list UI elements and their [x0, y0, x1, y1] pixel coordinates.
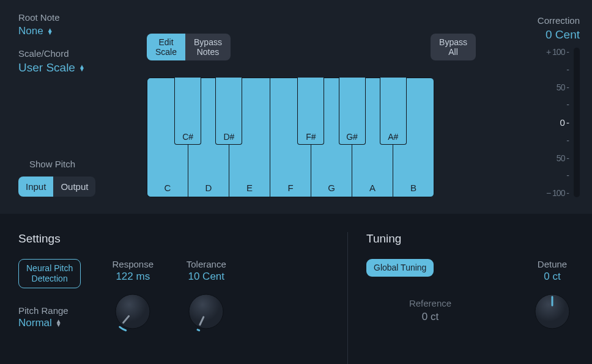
scale-mode-segmented: Edit Scale Bypass Notes	[147, 34, 231, 60]
root-note-dropdown[interactable]: None ▲▼	[18, 25, 53, 37]
response-label: Response	[111, 259, 154, 269]
root-note-value: None	[18, 25, 43, 37]
chevron-updown-icon: ▲▼	[56, 319, 62, 326]
svg-point-0	[116, 294, 150, 329]
meter-tick: + 100 -	[546, 48, 569, 56]
piano-key-csharp[interactable]: C#	[174, 78, 201, 145]
pitch-range-label: Pitch Range	[18, 305, 81, 316]
pitch-range-dropdown[interactable]: Normal ▲▼	[18, 317, 62, 329]
show-pitch-input[interactable]: Input	[18, 177, 53, 197]
piano-key-gsharp[interactable]: G#	[339, 78, 366, 145]
detune-value: 0 ct	[531, 271, 574, 283]
tuning-title: Tuning	[366, 232, 574, 246]
detune-knob[interactable]	[531, 290, 574, 333]
piano-key-asharp[interactable]: A#	[380, 78, 407, 145]
meter-tick: 50 -	[557, 83, 569, 92]
chevron-updown-icon: ▲▼	[79, 65, 85, 71]
tuning-section: Tuning Global Tuning Reference 0 ct Detu…	[347, 232, 574, 364]
meter-tick: -	[566, 136, 569, 145]
pitch-range-value: Normal	[18, 317, 52, 329]
tolerance-value: 10 Cent	[185, 271, 228, 283]
response-knob[interactable]	[111, 290, 154, 333]
settings-section: Settings Neural Pitch Detection Pitch Ra…	[18, 232, 347, 364]
settings-title: Settings	[18, 232, 332, 246]
correction-title: Correction	[479, 15, 580, 26]
scale-value: User Scale	[18, 61, 75, 75]
keyboard: CDEFGAB C#D#F#G#A#	[147, 78, 434, 197]
reference-value: 0 ct	[366, 311, 494, 323]
global-tuning-button[interactable]: Global Tuning	[366, 259, 434, 277]
chevron-updown-icon: ▲▼	[47, 28, 53, 35]
reference-label: Reference	[366, 298, 494, 308]
detune-knob-block: Detune 0 ct	[531, 259, 574, 333]
meter-tick: -	[566, 65, 569, 74]
left-panel: Root Note None ▲▼ Scale/Chord User Scale…	[18, 12, 125, 214]
center-panel: Edit Scale Bypass Notes Bypass All CDEFG…	[125, 12, 479, 214]
piano-key-dsharp[interactable]: D#	[215, 78, 242, 145]
show-pitch-label: Show Pitch	[29, 159, 125, 169]
bypass-all-button[interactable]: Bypass All	[431, 34, 476, 60]
show-pitch-segmented: Input Output	[18, 177, 95, 197]
root-note-label: Root Note	[18, 12, 125, 23]
meter-tick: − 100 -	[546, 189, 569, 197]
meter-tick: 50 -	[557, 154, 569, 162]
tolerance-knob[interactable]	[185, 290, 228, 333]
correction-panel: Correction 0 Cent + 100 - - 50 - - 0 - -…	[479, 12, 580, 214]
meter-tick: -	[566, 100, 569, 109]
meter-tick-zero: 0 -	[560, 118, 569, 127]
neural-pitch-button[interactable]: Neural Pitch Detection	[18, 259, 81, 288]
meter-tick: -	[566, 171, 569, 180]
detune-label: Detune	[531, 259, 574, 269]
scale-dropdown[interactable]: User Scale ▲▼	[18, 61, 85, 75]
response-knob-block: Response 122 ms	[111, 259, 154, 333]
bypass-notes-button[interactable]: Bypass Notes	[185, 34, 231, 60]
svg-point-2	[189, 294, 223, 329]
scale-label: Scale/Chord	[18, 48, 125, 59]
piano-key-fsharp[interactable]: F#	[297, 78, 324, 145]
edit-scale-button[interactable]: Edit Scale	[147, 34, 185, 60]
correction-value: 0 Cent	[479, 28, 580, 42]
tolerance-knob-block: Tolerance 10 Cent	[185, 259, 228, 333]
meter-track[interactable]	[574, 48, 580, 197]
correction-meter: + 100 - - 50 - - 0 - - 50 - - − 100 -	[479, 48, 580, 197]
show-pitch-output[interactable]: Output	[53, 177, 95, 197]
tolerance-label: Tolerance	[185, 259, 228, 269]
response-value: 122 ms	[111, 271, 154, 283]
